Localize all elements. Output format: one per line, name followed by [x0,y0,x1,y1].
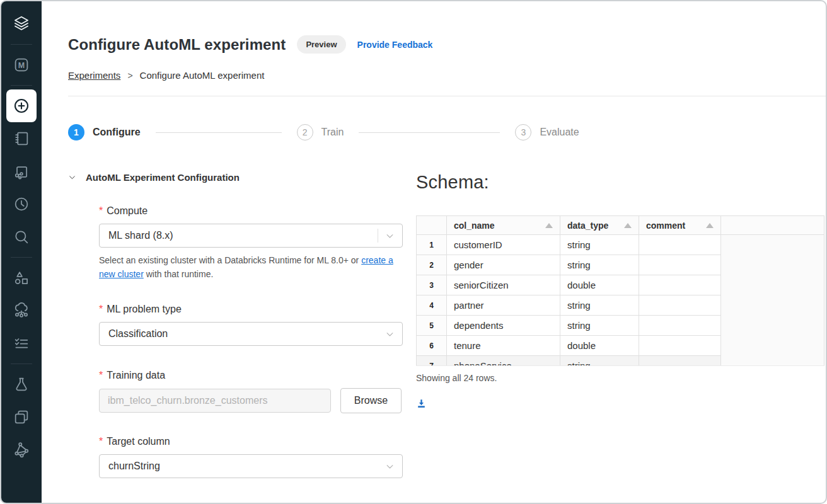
sort-icon[interactable] [624,223,632,228]
target-column-select[interactable]: churnString [99,454,403,478]
data-shapes-icon [13,269,30,287]
preview-badge: Preview [297,35,345,54]
table-row: 1 customerID string [417,235,824,255]
repos-icon [13,163,30,180]
step-label: Configure [93,127,141,138]
breadcrumb-experiments-link[interactable]: Experiments [68,70,120,81]
sidebar-item-serving[interactable] [6,433,37,466]
stepper: 1 Configure 2 Train 3 Evaluate [68,124,826,140]
browse-button[interactable]: Browse [340,388,402,413]
table-header-data-type[interactable]: data_type [560,216,639,235]
required-marker: * [99,370,103,381]
step-circle: 3 [515,124,531,140]
cell-data-type: string [560,235,639,255]
step-label: Train [321,127,344,138]
cell-comment [639,295,721,316]
table-header-col-name[interactable]: col_name [447,216,560,235]
cell-data-type: string [560,295,639,316]
sidebar-divider [11,257,32,258]
download-button[interactable] [416,398,427,411]
required-marker: * [99,304,103,314]
sidebar-item-recents[interactable] [6,188,37,220]
row-index: 5 [417,316,447,336]
cell-data-type: string [560,316,639,336]
cell-comment [639,255,721,275]
sidebar-item-repos[interactable] [6,155,37,188]
sidebar-divider [11,44,32,45]
step-evaluate: 3 Evaluate [515,124,579,140]
page-title: Configure AutoML experiment [68,36,286,54]
sidebar-item-notebook[interactable] [6,122,37,155]
header-divider [68,96,826,96]
problem-type-select-value: Classification [108,328,385,340]
cell-col-name: customerID [447,235,560,255]
chevron-down-icon [385,231,395,241]
cell-col-name: gender [447,255,560,275]
compute-helper-text: Select an existing cluster with a Databr… [99,253,405,281]
sidebar-item-compute[interactable] [6,294,37,327]
sidebar-item-create[interactable] [6,89,37,122]
step-circle: 1 [68,124,84,140]
cell-data-type: double [560,275,639,295]
compute-select-value: ML shard (8.x) [108,230,378,241]
step-label: Evaluate [540,127,579,138]
stepper-connector [156,132,282,133]
sidebar-item-ml-persona[interactable]: M [6,49,37,81]
search-icon [13,228,30,246]
target-column-select-value: churnString [108,461,385,472]
cell-comment [639,316,721,336]
table-filler-column [721,235,824,367]
row-index: 1 [417,235,447,255]
target-column-label: *Target column [99,436,403,447]
sidebar-divider [11,85,32,86]
table-header-comment[interactable]: comment [639,216,721,235]
cell-comment [639,356,721,367]
table-header-row: col_name data_type comment [417,216,824,235]
required-marker: * [99,205,103,216]
sort-icon[interactable] [706,223,714,228]
row-index: 6 [417,336,447,356]
table-header-filler [721,216,824,235]
sort-icon[interactable] [545,223,553,228]
step-circle: 2 [297,124,313,140]
sidebar-item-search[interactable] [6,220,37,253]
compute-label: *Compute [99,205,403,217]
cell-col-name: dependents [447,316,560,336]
schema-table: col_name data_type comment [416,215,824,366]
cell-comment [639,275,721,295]
problem-type-label: *ML problem type [99,304,403,315]
download-icon [416,398,427,409]
serving-graph-icon [13,441,30,459]
svg-text:M: M [18,61,25,70]
config-section-toggle[interactable]: AutoML Experiment Configuration [68,172,403,183]
sidebar-item-models[interactable] [6,401,37,433]
experiments-flask-icon [13,375,30,393]
cell-comment [639,336,721,356]
sidebar-item-data[interactable] [6,261,37,294]
row-index: 3 [417,275,447,295]
databricks-logo-icon[interactable] [6,8,37,40]
cell-col-name: seniorCitizen [447,275,560,295]
schema-heading: Schema: [416,172,824,193]
page-header: Configure AutoML experiment Preview Prov… [68,35,826,54]
sidebar-item-jobs[interactable] [6,327,37,360]
notebook-icon [13,130,30,147]
step-train: 2 Train [297,124,344,140]
provide-feedback-link[interactable]: Provide Feedback [357,40,433,50]
row-index: 7 [417,356,447,367]
main-content: Configure AutoML experiment Preview Prov… [42,1,826,503]
cell-col-name: tenure [447,336,560,356]
select-divider [378,229,378,243]
sidebar-item-experiments[interactable] [6,368,37,401]
training-data-input[interactable] [99,389,331,413]
cell-data-type: string [560,356,639,367]
schema-panel: Schema: col_name data_type [416,172,826,478]
problem-type-select[interactable]: Classification [99,322,403,346]
chevron-down-icon [68,173,76,181]
cell-data-type: double [560,336,639,356]
cell-col-name: phoneService [447,356,560,367]
cell-col-name: partner [447,295,560,316]
compute-select[interactable]: ML shard (8.x) [99,224,403,248]
sidebar: M [1,1,42,503]
chevron-down-icon [385,329,395,339]
